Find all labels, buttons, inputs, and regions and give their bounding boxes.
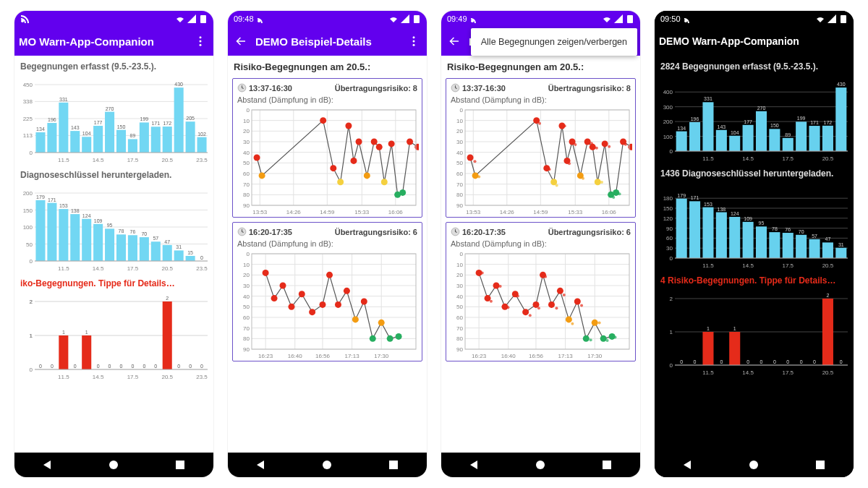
svg-text:20: 20 — [243, 128, 250, 134]
svg-text:30: 30 — [243, 283, 250, 289]
svg-text:20.5: 20.5 — [161, 374, 173, 380]
svg-text:20: 20 — [243, 272, 250, 278]
svg-text:10: 10 — [456, 118, 463, 124]
svg-text:11.5: 11.5 — [702, 369, 714, 376]
svg-text:100: 100 — [23, 224, 33, 231]
svg-text:20.5: 20.5 — [822, 262, 834, 269]
svg-point-2 — [200, 36, 202, 38]
svg-point-368 — [566, 316, 572, 322]
svg-text:40: 40 — [456, 294, 463, 300]
svg-rect-403 — [729, 136, 740, 151]
svg-text:80: 80 — [456, 335, 463, 342]
bar-chart-encounters[interactable]: 0100200300400134196331143104177270150891… — [659, 77, 849, 163]
signal-icon — [827, 14, 836, 23]
svg-text:14:26: 14:26 — [286, 209, 302, 215]
overflow-menu-icon[interactable] — [192, 33, 209, 50]
svg-point-295 — [568, 162, 571, 165]
svg-text:1: 1 — [85, 330, 88, 335]
svg-point-283 — [474, 160, 477, 163]
svg-text:50: 50 — [243, 160, 250, 166]
svg-text:11.5: 11.5 — [58, 157, 69, 163]
bar-chart-keys[interactable]: 0306090120150180179171153138124109957876… — [659, 184, 849, 270]
svg-text:0: 0 — [786, 359, 789, 364]
nav-recent-icon[interactable] — [814, 459, 826, 471]
svg-text:14.5: 14.5 — [93, 157, 104, 163]
svg-text:134: 134 — [36, 127, 45, 132]
svg-rect-198 — [252, 110, 416, 205]
nav-home-icon[interactable] — [321, 459, 333, 471]
encounter-card[interactable]: 13:37-16:30 Übertragungsrisiko: 8 Abstan… — [446, 78, 636, 218]
svg-text:2: 2 — [826, 293, 829, 298]
svg-text:30: 30 — [456, 139, 463, 145]
svg-text:70: 70 — [456, 181, 463, 188]
clock-icon — [451, 83, 460, 93]
svg-point-188 — [356, 139, 362, 145]
svg-text:10: 10 — [456, 262, 463, 268]
svg-rect-27 — [105, 112, 114, 153]
svg-text:30: 30 — [456, 283, 463, 289]
card-time: 13:37-16:30 — [451, 83, 506, 93]
nav-back-icon[interactable] — [255, 459, 267, 471]
svg-point-293 — [563, 124, 566, 127]
section-heading-risk[interactable]: iko-Begegnungen. Tippe für Details… — [20, 278, 208, 288]
svg-text:143: 143 — [718, 124, 726, 129]
section-heading-risk[interactable]: 4 Risiko-Begegnungen. Tippe für Details… — [660, 275, 848, 286]
nav-recent-icon[interactable] — [388, 459, 399, 471]
svg-text:2: 2 — [166, 296, 169, 301]
battery-icon — [839, 14, 848, 23]
scatter-chart: 010203040506070809016:2316:4016:5617:131… — [237, 251, 417, 359]
svg-text:17:30: 17:30 — [374, 353, 389, 359]
app-title: DEMO Beispiel-Details — [255, 35, 399, 48]
encounter-card[interactable]: 13:37-16:30 Übertragungsrisiko: 8 Abstan… — [232, 78, 422, 218]
bar-chart-keys[interactable]: 0501001502001791711531381241099578767057… — [19, 186, 209, 273]
svg-text:17.5: 17.5 — [782, 369, 793, 376]
svg-point-241 — [361, 299, 367, 305]
svg-text:16:40: 16:40 — [501, 353, 516, 359]
svg-rect-79 — [140, 237, 149, 261]
overflow-menu-item[interactable]: Alle Begegnungen zeigen/verbergen — [471, 28, 637, 56]
svg-rect-144 — [176, 461, 184, 469]
svg-text:10: 10 — [243, 262, 250, 268]
svg-point-369 — [571, 322, 574, 325]
svg-text:13:53: 13:53 — [252, 209, 268, 215]
svg-text:0: 0 — [460, 107, 464, 114]
scatter-chart: 010203040506070809013:5314:2614:5915:331… — [237, 107, 417, 215]
back-button[interactable] — [232, 33, 250, 50]
svg-rect-399 — [702, 102, 713, 151]
bar-chart-encounters[interactable]: 0113225338450134196331143104177270150891… — [19, 77, 209, 164]
bar-chart-risk[interactable]: 0112200101000000200011.514.517.520.523.5 — [19, 294, 209, 381]
status-bar: 09:50 — [655, 11, 854, 27]
svg-text:70: 70 — [456, 325, 463, 332]
svg-text:11.5: 11.5 — [702, 262, 714, 269]
nav-recent-icon[interactable] — [601, 459, 613, 471]
section-heading-keys: 1436 Diagnoseschlüssel heruntergeladen. — [660, 168, 848, 179]
svg-point-310 — [613, 189, 619, 196]
nav-back-icon[interactable] — [42, 459, 54, 471]
svg-text:270: 270 — [106, 106, 114, 111]
svg-text:0: 0 — [720, 359, 723, 364]
encounter-card[interactable]: 16:20-17:35 Übertragungsrisiko: 6 Abstan… — [446, 222, 636, 361]
svg-text:95: 95 — [759, 221, 765, 226]
nav-back-icon[interactable] — [469, 459, 480, 471]
svg-point-306 — [602, 140, 608, 147]
svg-rect-446 — [716, 213, 727, 258]
nav-home-icon[interactable] — [748, 459, 760, 471]
scatter-chart: 010203040506070809016:2316:4016:5617:131… — [451, 251, 631, 359]
nav-home-icon[interactable] — [535, 459, 546, 471]
svg-text:20.5: 20.5 — [161, 157, 173, 163]
nav-recent-icon[interactable] — [174, 459, 186, 471]
svg-text:0: 0 — [131, 364, 134, 369]
overflow-menu-icon[interactable] — [405, 33, 422, 50]
nav-back-icon[interactable] — [682, 459, 694, 471]
phone-1: MO Warn-App-Companion Begegnungen erfass… — [14, 11, 213, 477]
back-button[interactable] — [446, 33, 463, 50]
encounter-card[interactable]: 16:20-17:35 Übertragungsrisiko: 6 Abstan… — [232, 222, 422, 361]
svg-text:11.5: 11.5 — [58, 374, 69, 380]
svg-point-291 — [556, 184, 558, 187]
svg-text:1: 1 — [30, 333, 33, 339]
svg-text:90: 90 — [243, 346, 250, 353]
svg-rect-29 — [116, 130, 126, 153]
svg-text:70: 70 — [799, 229, 804, 234]
bar-chart-risk[interactable]: 012001010000002011.514.517.520.5 — [659, 291, 849, 377]
nav-home-icon[interactable] — [108, 459, 119, 471]
